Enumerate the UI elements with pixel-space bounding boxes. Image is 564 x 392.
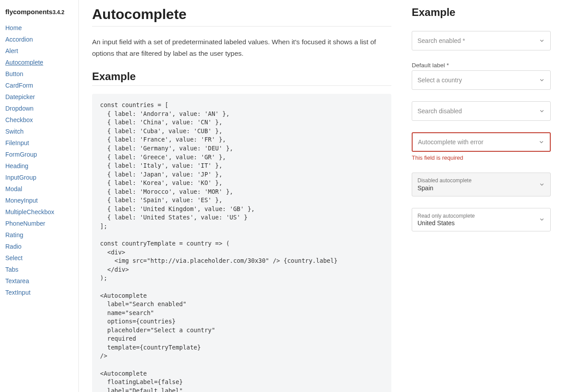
autocomplete-value: United States: [417, 219, 533, 227]
nav-item: CardForm: [5, 82, 73, 89]
nav-link-checkbox[interactable]: Checkbox: [5, 116, 33, 123]
field-default-label: Default label * Select a country: [412, 62, 551, 90]
nav-link-datepicker[interactable]: Datepicker: [5, 93, 35, 100]
page-title: Autocomplete: [92, 6, 391, 27]
nav-item: FormGroup: [5, 151, 73, 158]
nav-item: InputGroup: [5, 174, 73, 181]
nav-link-accordion[interactable]: Accordion: [5, 36, 33, 43]
page-description: An input field with a set of predetermin…: [92, 36, 391, 59]
nav-link-dropdown[interactable]: Dropdown: [5, 105, 34, 112]
nav-item: Radio: [5, 243, 73, 250]
nav-item: Rating: [5, 231, 73, 238]
autocomplete-inner-label: Read only autocomplete: [417, 213, 533, 220]
nav-item: MoneyInput: [5, 197, 73, 204]
nav-item: Alert: [5, 47, 73, 54]
nav-link-home[interactable]: Home: [5, 24, 22, 31]
sidebar: flycomponents3.4.2 HomeAccordionAlertAut…: [0, 0, 79, 392]
nav-link-radio[interactable]: Radio: [5, 243, 22, 250]
nav-link-fileinput[interactable]: FileInput: [5, 139, 29, 146]
field-with-error: Autocomplete with error This field is re…: [412, 132, 551, 161]
nav-item: Heading: [5, 162, 73, 169]
nav-item: Home: [5, 24, 73, 31]
nav-item: Textarea: [5, 277, 73, 284]
nav-item: Modal: [5, 185, 73, 192]
brand-version: 3.4.2: [53, 9, 65, 15]
nav-item: Datepicker: [5, 93, 73, 100]
nav-item: Switch: [5, 128, 73, 135]
field-label: Default label *: [412, 62, 551, 69]
nav-link-moneyinput[interactable]: MoneyInput: [5, 197, 38, 204]
field-readonly: Read only autocomplete United States: [412, 208, 551, 232]
nav-link-modal[interactable]: Modal: [5, 185, 22, 192]
code-block: const countries = [ { label: 'Andorra', …: [92, 94, 391, 392]
main-content: Autocomplete An input field with a set o…: [79, 0, 405, 392]
autocomplete-placeholder: Select a country: [417, 77, 533, 84]
brand-name: flycomponents: [5, 8, 53, 15]
autocomplete-placeholder: Search disabled: [417, 108, 533, 115]
nav-link-textarea[interactable]: Textarea: [5, 277, 29, 284]
nav-link-button[interactable]: Button: [5, 70, 23, 77]
nav-item: Button: [5, 70, 73, 77]
example-panel: Example Search enabled * Default label *…: [405, 0, 564, 392]
nav-link-tabs[interactable]: Tabs: [5, 266, 19, 273]
nav-link-formgroup[interactable]: FormGroup: [5, 151, 37, 158]
chevron-down-icon: [539, 216, 545, 223]
nav-link-phonenumber[interactable]: PhoneNumber: [5, 220, 45, 227]
autocomplete-placeholder: Search enabled *: [417, 37, 533, 44]
autocomplete-placeholder: Autocomplete with error: [418, 138, 532, 146]
chevron-down-icon: [539, 108, 545, 114]
nav-link-inputgroup[interactable]: InputGroup: [5, 174, 36, 181]
nav-link-rating[interactable]: Rating: [5, 231, 23, 238]
nav-link-heading[interactable]: Heading: [5, 162, 28, 169]
nav-list: HomeAccordionAlertAutocompleteButtonCard…: [5, 24, 73, 296]
nav-link-switch[interactable]: Switch: [5, 128, 23, 135]
example-heading: Example: [92, 70, 391, 86]
chevron-down-icon: [539, 181, 545, 188]
nav-item: Tabs: [5, 266, 73, 273]
chevron-down-icon: [539, 77, 545, 83]
field-search-disabled: Search disabled: [412, 101, 551, 121]
nav-item: Checkbox: [5, 116, 73, 123]
nav-item: TextInput: [5, 289, 73, 296]
nav-item: Accordion: [5, 36, 73, 43]
nav-link-cardform[interactable]: CardForm: [5, 82, 33, 89]
nav-item: Autocomplete: [5, 59, 73, 66]
autocomplete-with-error[interactable]: Autocomplete with error: [412, 132, 551, 152]
autocomplete-default-label[interactable]: Select a country: [412, 70, 551, 90]
autocomplete-readonly: Read only autocomplete United States: [412, 208, 551, 232]
error-message: This field is required: [412, 154, 551, 161]
autocomplete-disabled: Disabled autocomplete Spain: [412, 173, 551, 196]
nav-link-alert[interactable]: Alert: [5, 47, 18, 54]
nav-item: Select: [5, 254, 73, 261]
nav-item: FileInput: [5, 139, 73, 146]
nav-item: Dropdown: [5, 105, 73, 112]
field-disabled: Disabled autocomplete Spain: [412, 173, 551, 196]
chevron-down-icon: [539, 38, 545, 44]
autocomplete-search-disabled[interactable]: Search disabled: [412, 101, 551, 121]
autocomplete-search-enabled[interactable]: Search enabled *: [412, 31, 551, 50]
example-panel-title: Example: [412, 6, 551, 19]
nav-item: PhoneNumber: [5, 220, 73, 227]
nav-link-multiplecheckbox[interactable]: MultipleCheckbox: [5, 208, 54, 215]
chevron-down-icon: [538, 139, 545, 145]
brand: flycomponents3.4.2: [5, 8, 73, 15]
nav-link-autocomplete[interactable]: Autocomplete: [5, 59, 43, 66]
field-search-enabled: Search enabled *: [412, 31, 551, 50]
nav-link-textinput[interactable]: TextInput: [5, 289, 31, 296]
nav-item: MultipleCheckbox: [5, 208, 73, 215]
nav-link-select[interactable]: Select: [5, 254, 23, 261]
autocomplete-inner-label: Disabled autocomplete: [417, 177, 533, 184]
autocomplete-value: Spain: [417, 184, 533, 192]
